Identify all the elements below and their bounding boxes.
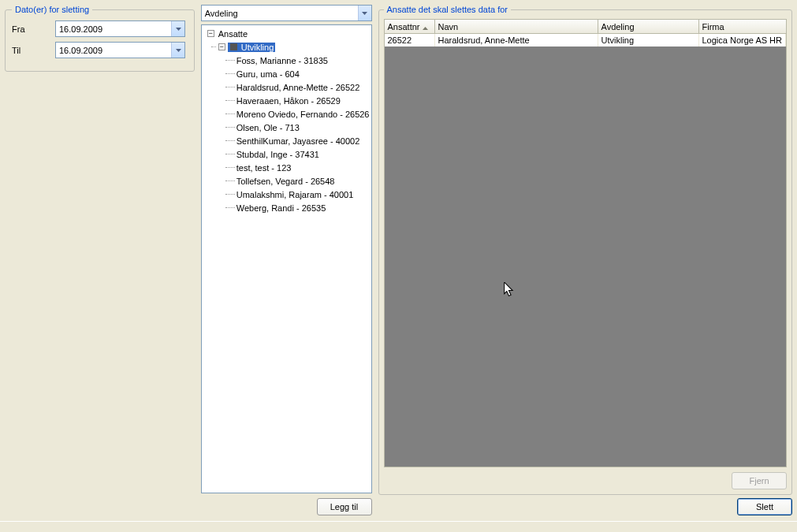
tree-root-label: Ansatte	[217, 29, 249, 39]
fjern-button[interactable]: Fjern	[732, 472, 787, 489]
cell-avdeling: Utvikling	[598, 34, 699, 47]
header-firma-label: Firma	[702, 22, 724, 32]
til-label: Til	[12, 46, 55, 55]
tree-employee[interactable]: Haraldsrud, Anne-Mette - 26522	[202, 80, 371, 94]
department-select[interactable]: Avdeling	[201, 5, 372, 21]
fra-row: Fra 16.09.2009	[12, 20, 188, 37]
main-panel: Dato(er) for sletting Fra 16.09.2009 Til…	[0, 0, 797, 520]
folder-icon	[230, 43, 237, 50]
dates-group: Dato(er) for sletting Fra 16.09.2009 Til…	[5, 5, 195, 72]
dates-legend: Dato(er) for sletting	[12, 5, 92, 14]
til-date-input[interactable]: 16.09.2009	[55, 42, 185, 58]
tree-employee[interactable]: Guru, uma - 604	[202, 67, 371, 80]
remove-button-row: Fjern	[384, 472, 788, 489]
add-button-row: Legg til	[201, 498, 372, 515]
header-avdeling[interactable]: Avdeling	[598, 20, 699, 34]
slett-button[interactable]: Slett	[737, 498, 792, 515]
dates-column: Dato(er) for sletting Fra 16.09.2009 Til…	[2, 2, 198, 519]
cell-navn: Haraldsrud, Anne-Mette	[435, 34, 598, 47]
tree-department[interactable]: − Utvikling	[202, 40, 371, 54]
til-date-value: 16.09.2009	[56, 46, 171, 55]
tree-employee-label: Moreno Oviedo, Fernando - 26526	[235, 110, 371, 119]
tree-selected-label: Utvikling	[240, 43, 276, 52]
tree-employee[interactable]: Olsen, Ole - 713	[202, 121, 371, 134]
header-navn-label: Navn	[438, 22, 459, 32]
legg-til-button[interactable]: Legg til	[317, 498, 372, 515]
employee-tree[interactable]: − Ansatte − Utvikling Foss, Marianne - 3…	[201, 24, 372, 493]
chevron-down-icon[interactable]	[171, 43, 184, 58]
cell-firma: Logica Norge AS HR	[699, 34, 787, 47]
tree-employee[interactable]: test, test - 123	[202, 161, 371, 174]
grid-column: Ansatte det skal slettes data for Ansatt…	[375, 2, 796, 519]
grid-group: Ansatte det skal slettes data for Ansatt…	[378, 5, 793, 495]
grid-body[interactable]: 26522Haraldsrud, Anne-MetteUtviklingLogi…	[384, 34, 788, 467]
tree-employee[interactable]: Haveraaen, Håkon - 26529	[202, 94, 371, 107]
tree-employee-label: test, test - 123	[235, 163, 293, 173]
department-value: Avdeling	[202, 9, 358, 18]
cell-ansattnr: 26522	[385, 34, 435, 47]
tree-employee[interactable]: Moreno Oviedo, Fernando - 26526	[202, 107, 371, 121]
tree-employee[interactable]: Weberg, Randi - 26535	[202, 201, 371, 214]
tree-employee-label: Weberg, Randi - 26535	[235, 203, 328, 213]
status-bar	[0, 521, 797, 532]
tree-employee[interactable]: Umalakshmi, Rajaram - 40001	[202, 188, 371, 201]
grid-header-row: Ansattnr Navn Avdeling Firma	[384, 19, 788, 34]
tree-column: Avdeling − Ansatte − Utvikling Foss, Mar…	[198, 2, 375, 519]
minus-icon[interactable]: −	[207, 30, 214, 37]
tree-employee[interactable]: SenthilKumar, Jayasree - 40002	[202, 134, 371, 147]
tree-employee-label: Stubdal, Inge - 37431	[235, 150, 321, 159]
tree-employee-label: Haraldsrud, Anne-Mette - 26522	[235, 83, 362, 92]
table-row[interactable]: 26522Haraldsrud, Anne-MetteUtviklingLogi…	[385, 34, 787, 47]
tree-employee-label: Haveraaen, Håkon - 26529	[235, 96, 342, 106]
tree-employee-label: Olsen, Ole - 713	[235, 123, 301, 132]
header-ansattnr-label: Ansattnr	[388, 22, 420, 32]
grid-legend: Ansatte det skal slettes data for	[384, 5, 511, 14]
tree-employee-label: Foss, Marianne - 31835	[235, 56, 330, 65]
sort-asc-icon	[419, 22, 428, 32]
tree-employee[interactable]: Stubdal, Inge - 37431	[202, 147, 371, 161]
delete-button-row: Slett	[378, 498, 793, 515]
chevron-down-icon[interactable]	[358, 6, 371, 20]
fra-date-value: 16.09.2009	[56, 24, 171, 34]
tree-employee-label: Tollefsen, Vegard - 26548	[235, 177, 337, 186]
minus-icon[interactable]: −	[218, 43, 225, 50]
tree-employee-label: Umalakshmi, Rajaram - 40001	[235, 190, 356, 199]
header-navn[interactable]: Navn	[435, 20, 598, 34]
header-firma[interactable]: Firma	[699, 20, 788, 34]
fra-date-input[interactable]: 16.09.2009	[55, 20, 185, 37]
tree-employee-label: Guru, uma - 604	[235, 69, 301, 79]
tree-employee[interactable]: Foss, Marianne - 31835	[202, 54, 371, 67]
chevron-down-icon[interactable]	[171, 21, 184, 36]
header-ansattnr[interactable]: Ansattnr	[385, 20, 435, 34]
fra-label: Fra	[12, 24, 55, 34]
tree-root[interactable]: − Ansatte	[202, 27, 371, 40]
tree-employee[interactable]: Tollefsen, Vegard - 26548	[202, 174, 371, 188]
til-row: Til 16.09.2009	[12, 42, 188, 58]
header-avdeling-label: Avdeling	[601, 22, 635, 32]
tree-employee-label: SenthilKumar, Jayasree - 40002	[235, 136, 362, 146]
